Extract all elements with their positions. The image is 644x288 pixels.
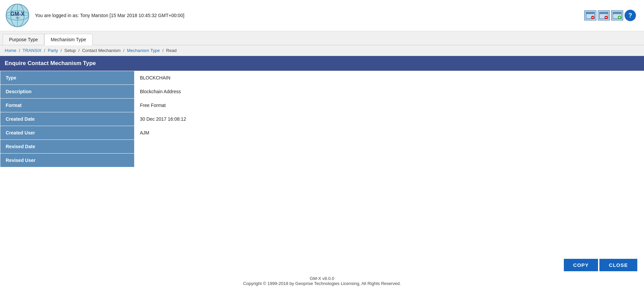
section-title: Enquire Contact Mechanism Type (0, 56, 644, 71)
svg-rect-16 (613, 12, 622, 14)
gmx-logo: GM-X TM (5, 3, 30, 27)
breadcrumb: Home / TRANSIX / Party / Setup / Contact… (0, 45, 644, 56)
footer-copyright: Copyright © 1999-2018 by Geoprise Techno… (2, 281, 642, 286)
close-button[interactable]: CLOSE (599, 259, 637, 271)
breadcrumb-home[interactable]: Home (5, 48, 16, 53)
table-row: TypeBLOCKCHAIN (0, 71, 644, 85)
login-text: You are logged in as: Tony Marston [15 M… (35, 13, 184, 18)
table-row: Created UserAJM (0, 126, 644, 140)
field-value (135, 154, 644, 167)
breadcrumb-transix[interactable]: TRANSIX (22, 48, 41, 53)
field-label: Created Date (0, 112, 135, 126)
field-value: AJM (135, 126, 644, 140)
field-value: Blockchain Address (135, 85, 644, 99)
field-value: 30 Dec 2017 16:08:12 (135, 112, 644, 126)
header: GM-X TM You are logged in as: Tony Marst… (0, 0, 644, 31)
window-icon-2[interactable] (598, 10, 610, 20)
form-table: TypeBLOCKCHAINDescriptionBlockchain Addr… (0, 71, 644, 167)
field-label: Format (0, 99, 135, 112)
field-value: BLOCKCHAIN (135, 71, 644, 85)
footer-buttons: COPY CLOSE (564, 259, 637, 271)
breadcrumb-setup: Setup (64, 48, 76, 53)
field-label: Revised Date (0, 140, 135, 154)
svg-rect-14 (605, 17, 607, 18)
breadcrumb-party[interactable]: Party (48, 48, 58, 53)
svg-text:GM-X: GM-X (10, 11, 24, 17)
breadcrumb-contact-mechanism: Contact Mechanism (82, 48, 121, 53)
breadcrumb-read: Read (166, 48, 176, 53)
table-row: DescriptionBlockchain Address (0, 85, 644, 99)
field-label: Created User (0, 126, 135, 140)
tabs-bar: Purpose Type Mechanism Type (0, 31, 644, 45)
svg-rect-19 (620, 16, 620, 19)
help-icon[interactable]: ? (625, 10, 636, 21)
field-label: Description (0, 85, 135, 99)
window-controls: ? (584, 10, 639, 21)
table-row: FormatFree Format (0, 99, 644, 112)
copy-button[interactable]: COPY (564, 259, 598, 271)
svg-rect-8 (586, 12, 595, 14)
breadcrumb-mechanism-type[interactable]: Mechanism Type (127, 48, 160, 53)
table-row: Revised User (0, 154, 644, 167)
svg-text:TM: TM (16, 17, 19, 19)
footer: GM-X v8.0.0 Copyright © 1999-2018 by Geo… (0, 274, 644, 288)
field-value: Free Format (135, 99, 644, 112)
window-icon-3[interactable] (611, 10, 623, 20)
field-label: Type (0, 71, 135, 85)
svg-rect-10 (592, 17, 594, 18)
tab-purpose-type[interactable]: Purpose Type (3, 34, 44, 45)
window-icon-1[interactable] (584, 10, 596, 20)
table-row: Revised Date (0, 140, 644, 154)
field-value (135, 140, 644, 154)
field-label: Revised User (0, 154, 135, 167)
header-left: GM-X TM You are logged in as: Tony Marst… (5, 3, 184, 27)
footer-version: GM-X v8.0.0 (2, 276, 642, 281)
table-row: Created Date30 Dec 2017 16:08:12 (0, 112, 644, 126)
svg-rect-12 (599, 12, 608, 14)
tab-mechanism-type[interactable]: Mechanism Type (44, 34, 93, 45)
